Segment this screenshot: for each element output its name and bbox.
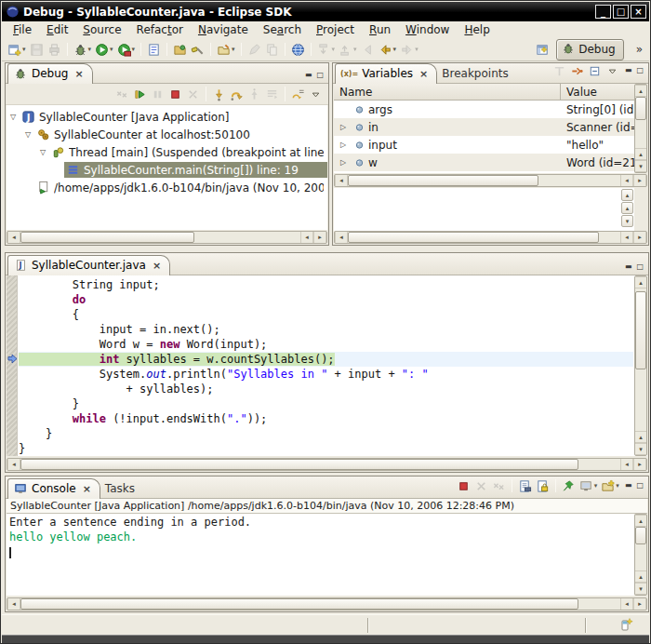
scroll-up-icon[interactable]: ▴ <box>635 515 646 527</box>
expander-icon[interactable]: ▷ <box>337 158 350 167</box>
minimize-pane-icon[interactable]: ▬ <box>624 481 633 490</box>
remove-launch-icon[interactable] <box>472 476 490 495</box>
scroll-thumb[interactable] <box>348 175 538 186</box>
scroll-right-icon[interactable]: ▸ <box>633 175 646 186</box>
horizontal-scrollbar[interactable]: ◂ ◂ ▸ <box>334 174 647 187</box>
minimize-button[interactable]: _ <box>595 5 611 19</box>
resume-icon[interactable] <box>131 85 149 103</box>
expander-icon[interactable]: ▽ <box>7 113 20 121</box>
step-return-icon[interactable] <box>246 85 263 103</box>
horizontal-scrollbar[interactable]: ◂ ◂ ▸ <box>334 231 647 244</box>
scroll-left-icon[interactable]: ◂ <box>620 232 633 243</box>
title-bar[interactable]: Debug - SyllableCounter.java - Eclipse S… <box>2 2 649 21</box>
suspend-icon[interactable] <box>149 85 166 103</box>
menu-refactor[interactable]: Refactor <box>129 22 191 37</box>
tab-syllablecounter-java[interactable]: J SyllableCounter.java × <box>7 255 170 275</box>
close-icon[interactable]: × <box>74 68 83 80</box>
code-line[interactable]: int syllables = w.countSyllables(); <box>19 352 633 367</box>
code-line[interactable]: input = in.next(); <box>19 322 633 337</box>
scroll-track[interactable] <box>635 527 646 570</box>
task-list-icon[interactable] <box>145 40 163 59</box>
variable-row[interactable]: ▷input"hello" <box>334 136 634 154</box>
horizontal-scrollbar[interactable]: ◂ ◂ ▸ <box>7 458 647 471</box>
scroll-left-icon[interactable]: ◂ <box>620 459 633 470</box>
scroll-left-icon[interactable]: ◂ <box>620 598 633 610</box>
code-line[interactable]: String input; <box>19 277 633 292</box>
scroll-down-icon[interactable]: ▾ <box>635 583 646 595</box>
back-icon[interactable]: ▾ <box>377 40 399 59</box>
debug-tree-row[interactable]: SyllableCounter.main(String[]) line: 19 <box>7 161 327 179</box>
scroll-up-icon[interactable]: ▴ <box>635 276 646 288</box>
progress-indicator-icon[interactable] <box>618 617 634 633</box>
maximize-pane-icon[interactable]: □ <box>635 262 644 272</box>
variable-row[interactable]: argsString[0] (id= <box>334 101 634 118</box>
drop-to-frame-icon[interactable] <box>263 85 281 103</box>
minimize-pane-icon[interactable]: ▬ <box>304 71 313 80</box>
code-line[interactable]: } <box>19 426 633 441</box>
menu-project[interactable]: Project <box>309 22 362 37</box>
debug-perspective-button[interactable]: Debug <box>556 39 623 60</box>
scroll-thumb[interactable] <box>635 291 646 369</box>
scroll-left-icon[interactable]: ◂ <box>335 175 348 186</box>
scroll-up-icon[interactable]: ▴ <box>635 148 646 160</box>
scroll-up-icon[interactable]: ▴ <box>635 85 646 97</box>
column-name[interactable]: Name <box>334 84 561 100</box>
code-line[interactable]: System.out.println("Syllables in " + inp… <box>19 367 633 382</box>
menu-window[interactable]: Window <box>398 22 457 37</box>
code-line[interactable]: } <box>19 441 633 456</box>
run-icon[interactable]: ▾ <box>93 40 115 59</box>
pencil-icon[interactable] <box>246 40 263 59</box>
code-line[interactable]: } <box>19 396 633 411</box>
view-menu-icon[interactable] <box>604 61 621 80</box>
open-console-icon[interactable]: ▾ <box>599 476 621 495</box>
open-perspective-icon[interactable] <box>534 40 551 59</box>
display-console-icon[interactable]: ▾ <box>578 476 600 495</box>
scroll-up-icon[interactable]: ▴ <box>621 202 633 214</box>
scroll-track[interactable] <box>635 97 646 148</box>
scroll-thumb[interactable] <box>348 232 599 243</box>
scroll-down-icon[interactable]: ▾ <box>635 443 646 455</box>
copy-icon[interactable] <box>263 40 281 59</box>
code-line[interactable]: + syllables); <box>19 382 633 396</box>
scroll-track[interactable] <box>20 598 620 610</box>
new-wizard-icon[interactable]: ▾ <box>6 40 28 59</box>
scroll-track[interactable] <box>635 288 646 431</box>
scroll-right-icon[interactable]: ▸ <box>633 459 646 470</box>
scroll-left-icon[interactable]: ◂ <box>7 232 20 243</box>
annotation-ruler[interactable] <box>7 275 18 456</box>
scroll-track[interactable] <box>20 459 620 470</box>
scroll-thumb[interactable] <box>20 232 194 243</box>
menu-edit[interactable]: Edit <box>39 22 75 37</box>
vertical-scrollbar[interactable]: ▴ ▴ ▾ <box>634 84 647 173</box>
tab-tasks[interactable]: Tasks <box>100 480 143 498</box>
step-over-icon[interactable] <box>228 85 246 103</box>
debug-tree-row[interactable]: ▽SyllableCounter at localhost:50100 <box>7 126 327 143</box>
scroll-right-icon[interactable]: ▸ <box>633 232 646 243</box>
collapse-all-icon[interactable] <box>586 61 604 80</box>
scroll-track[interactable] <box>348 175 620 186</box>
close-icon[interactable]: × <box>83 483 91 495</box>
next-annotation-icon[interactable]: ▾ <box>315 40 338 59</box>
horizontal-scrollbar[interactable]: ◂ ◂ ▸ <box>7 231 327 244</box>
debug-tree-row[interactable]: ▽JSyllableCounter [Java Application] <box>7 108 327 126</box>
tab-debug[interactable]: Debug × <box>7 63 93 84</box>
step-filters-icon[interactable] <box>289 85 307 103</box>
scroll-left-icon[interactable]: ◂ <box>7 598 20 610</box>
toolbar-overflow-chevron[interactable]: » <box>636 43 643 56</box>
variable-detail-pane[interactable]: ▴ ▴ ▾ <box>334 188 634 231</box>
scroll-down-icon[interactable]: ▾ <box>621 215 633 227</box>
column-value[interactable]: Value <box>561 86 634 99</box>
menu-navigate[interactable]: Navigate <box>191 22 256 37</box>
remove-all-icon[interactable] <box>490 476 508 495</box>
minimize-pane-icon[interactable]: ▬ <box>624 66 633 75</box>
save-icon[interactable] <box>28 40 46 59</box>
clear-console-icon[interactable] <box>516 476 534 495</box>
prev-annotation-icon[interactable]: ▾ <box>337 40 359 59</box>
scroll-thumb[interactable] <box>20 459 578 470</box>
pin-console-icon[interactable] <box>560 476 578 495</box>
code-line[interactable]: Word w = new Word(input); <box>19 337 633 352</box>
forward-icon[interactable]: ▾ <box>398 40 420 59</box>
expander-icon[interactable]: ▷ <box>337 123 350 131</box>
menu-file[interactable]: File <box>6 22 39 37</box>
scroll-down-icon[interactable]: ▾ <box>635 160 646 172</box>
